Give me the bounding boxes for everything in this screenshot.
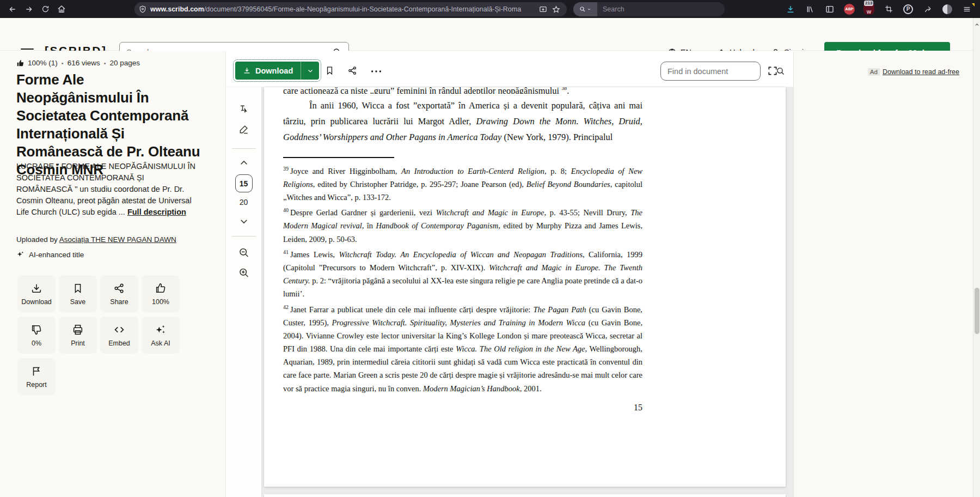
save-document-icon[interactable] [324, 65, 335, 76]
zoom-in-icon[interactable] [238, 267, 249, 278]
embed-action-button[interactable]: Embed [100, 317, 138, 354]
ad-notice: Ad Download to read ad-free [868, 68, 959, 76]
body-paragraph: În anii 1960, Wicca a fost ”exportată” î… [283, 98, 642, 145]
home-icon[interactable] [53, 2, 70, 16]
sparkle-icon [16, 251, 24, 259]
pocket-icon[interactable]: P [898, 2, 918, 16]
downloads-icon[interactable] [781, 2, 800, 16]
thumbs-down-icon [30, 324, 42, 336]
page-number: 15 [283, 403, 642, 413]
downvote-action-button[interactable]: 0% [17, 317, 56, 354]
share-action-button[interactable]: Share [100, 275, 138, 312]
uploader-link[interactable]: Asociația THE NEW PAGAN DAWN [59, 235, 176, 244]
previous-page-icon[interactable] [239, 158, 249, 168]
document-description: LUCRARE " FORME ALE NEOPĂGÂNISMULUI ÎN S… [16, 161, 199, 218]
select-text-icon[interactable] [238, 104, 249, 114]
save-page-icon[interactable] [536, 2, 549, 16]
code-icon [113, 324, 125, 336]
flag-icon [30, 365, 42, 377]
download-button[interactable]: Download [235, 62, 301, 80]
extension-counter: 213 [864, 1, 873, 6]
reload-icon[interactable] [37, 2, 53, 16]
forward-icon[interactable] [21, 2, 37, 16]
viewer-tools-rail: 15 20 [226, 87, 262, 497]
extension-badge-icon[interactable]: W 213 [859, 2, 879, 16]
adblock-icon[interactable]: ABP [840, 2, 859, 16]
thumbs-up-icon [16, 59, 24, 67]
shield-icon[interactable] [139, 5, 146, 13]
footnote-42: 42Janet Farrar a publicat unele din cele… [283, 301, 642, 395]
url-bar[interactable]: www.scribd.com/document/379956045/Forme-… [134, 2, 567, 16]
scrollbar-thumb[interactable] [975, 288, 979, 334]
browser-extensions: ABP W 213 P [781, 0, 977, 18]
views-count: 616 views [68, 59, 100, 67]
more-options-icon[interactable] [370, 69, 382, 74]
share-browser-icon[interactable] [918, 2, 938, 16]
ad-free-link[interactable]: Download to read ad-free [883, 68, 959, 76]
browser-search[interactable]: Search [573, 2, 725, 16]
clipped-text-line: care acționează ca niște „guru” feminini… [283, 87, 642, 94]
fullscreen-icon[interactable] [767, 65, 778, 76]
print-action-button[interactable]: Print [59, 317, 97, 354]
share-document-icon[interactable] [347, 65, 358, 76]
sidebar-toggle-icon[interactable] [820, 2, 840, 16]
menu-icon[interactable] [957, 2, 977, 16]
bookmark-star-icon[interactable] [549, 2, 562, 16]
thumbs-up-icon [155, 282, 167, 294]
account-icon[interactable] [938, 2, 957, 16]
total-pages-label: 20 [240, 198, 248, 207]
bookmark-icon [72, 282, 84, 294]
rating-value: 100% (1) [28, 59, 58, 67]
upvote-action-button[interactable]: 100% [142, 275, 180, 312]
document-canvas: care acționează ca niște „guru” feminini… [262, 87, 793, 497]
ad-panel: Ad Download to read ad-free [793, 51, 980, 497]
report-action-button[interactable]: Report [17, 358, 56, 395]
next-page-icon[interactable] [239, 216, 249, 226]
download-icon [33, 284, 41, 292]
printer-icon [72, 324, 84, 336]
pages-count: 20 pages [110, 59, 140, 67]
save-action-button[interactable]: Save [59, 275, 97, 312]
full-description-link[interactable]: Full description [127, 208, 186, 216]
browser-chrome: www.scribd.com/document/379956045/Forme-… [0, 0, 980, 18]
chevron-down-icon [307, 68, 314, 74]
annotate-pencil-icon[interactable] [238, 124, 249, 135]
sparkles-icon [155, 324, 167, 336]
rail-divider [232, 148, 256, 149]
document-page-16-edge [264, 494, 786, 497]
download-split-button[interactable]: Download [235, 62, 319, 80]
footnote-39: 39Joyce and River Higginbolham, An Intro… [283, 162, 642, 204]
library-icon[interactable] [800, 2, 820, 16]
browser-search-placeholder: Search [603, 5, 624, 13]
zoom-out-icon[interactable] [238, 247, 249, 258]
footnote-40: 40Despre Gerlad Gardner și garderienii, … [283, 204, 642, 245]
download-icon [243, 66, 251, 75]
ai-enhanced-title: AI-enhanced title [16, 251, 84, 259]
ask-ai-action-button[interactable]: Ask AI [142, 317, 180, 354]
ad-badge: Ad [868, 68, 880, 76]
page-scrollbar[interactable] [973, 18, 980, 497]
find-input[interactable] [661, 67, 776, 76]
find-in-document[interactable] [660, 62, 761, 81]
rail-divider [232, 236, 256, 237]
screenshot-crop-icon[interactable] [879, 2, 898, 16]
footnote-41: 41James Lewis, Witchcraft Today. An Ency… [283, 246, 642, 301]
site-header: [SCRIBD] EN Upload Sign in [0, 18, 980, 51]
update-notification-dot [972, 3, 975, 7]
back-icon[interactable] [4, 2, 21, 16]
download-action-button[interactable]: Download [17, 275, 56, 312]
download-options-caret[interactable] [301, 62, 319, 80]
document-stats: 100% (1) • 616 views • 20 pages [16, 59, 140, 67]
uploaded-by: Uploaded by Asociația THE NEW PAGAN DAWN [16, 235, 176, 244]
scroll-up-arrow[interactable] [975, 22, 979, 27]
share-icon [113, 282, 125, 294]
url-text: www.scribd.com/document/379956045/Forme-… [150, 5, 536, 13]
footnote-rule [283, 157, 394, 158]
search-engine-chip[interactable] [573, 2, 597, 16]
document-page-15[interactable]: care acționează ca niște „guru” feminini… [264, 87, 786, 487]
current-page-indicator[interactable]: 15 [235, 174, 253, 192]
